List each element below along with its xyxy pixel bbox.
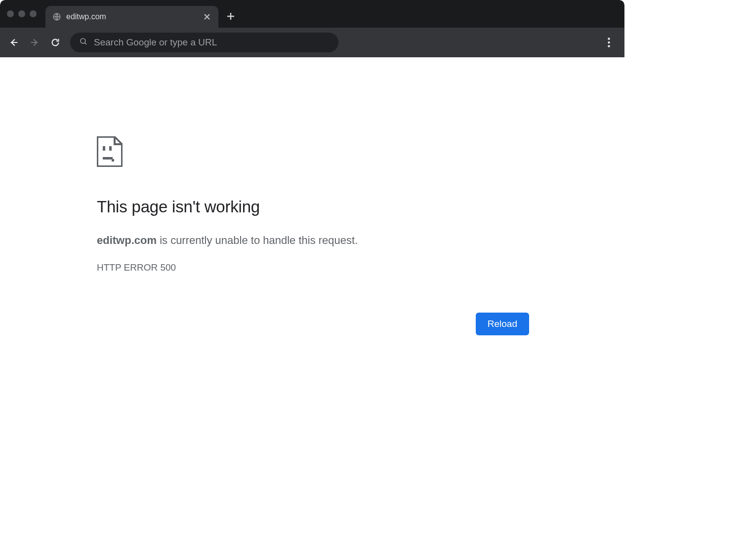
globe-icon	[52, 12, 61, 21]
svg-point-2	[608, 38, 610, 40]
close-tab-icon[interactable]	[203, 12, 211, 21]
window-controls	[7, 10, 37, 17]
error-host: editwp.com	[97, 234, 157, 246]
svg-point-3	[608, 41, 610, 43]
sad-page-icon	[97, 136, 529, 167]
svg-rect-8	[112, 159, 114, 161]
window-zoom-dot[interactable]	[30, 10, 37, 17]
reload-button[interactable]	[46, 34, 64, 51]
reload-row: Reload	[97, 313, 529, 335]
error-page: This page isn't working editwp.com is cu…	[97, 57, 529, 335]
back-button[interactable]	[5, 34, 23, 51]
browser-tab[interactable]: editwp.com	[45, 6, 218, 28]
error-subline: editwp.com is currently unable to handle…	[97, 233, 529, 248]
svg-point-1	[81, 39, 85, 43]
omnibox-input[interactable]	[94, 37, 330, 48]
tab-title: editwp.com	[66, 12, 203, 21]
search-icon	[79, 37, 88, 48]
toolbar	[0, 28, 624, 57]
reload-page-button[interactable]: Reload	[476, 313, 529, 335]
page-content: This page isn't working editwp.com is cu…	[0, 57, 624, 470]
svg-rect-7	[103, 157, 113, 160]
tab-strip: editwp.com	[45, 0, 239, 28]
omnibox[interactable]	[70, 33, 338, 52]
forward-button[interactable]	[26, 34, 43, 51]
svg-rect-5	[103, 146, 105, 151]
error-code: HTTP ERROR 500	[97, 262, 529, 273]
browser-menu-button[interactable]	[600, 34, 618, 51]
window-close-dot[interactable]	[7, 10, 14, 17]
titlebar: editwp.com	[0, 0, 624, 28]
svg-rect-6	[109, 146, 112, 151]
error-headline: This page isn't working	[97, 198, 529, 216]
new-tab-button[interactable]	[222, 8, 239, 25]
window-minimize-dot[interactable]	[18, 10, 25, 17]
svg-point-4	[608, 45, 610, 47]
error-message-suffix: is currently unable to handle this reque…	[157, 234, 358, 246]
